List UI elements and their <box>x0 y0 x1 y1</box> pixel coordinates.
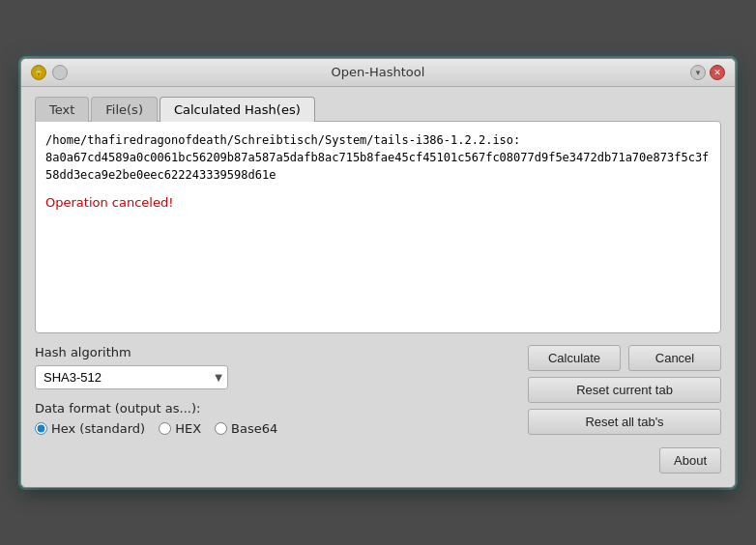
radio-hex-standard[interactable]: Hex (standard) <box>35 421 145 436</box>
calculate-button[interactable]: Calculate <box>528 345 621 371</box>
tab-text[interactable]: Text <box>35 97 89 122</box>
about-button[interactable]: About <box>659 447 721 473</box>
tab-bar: Text File(s) Calculated Hash(es) <box>35 97 721 122</box>
hash-algorithm-label: Hash algorithm <box>35 345 514 359</box>
radio-base64-label: Base64 <box>231 421 277 436</box>
controls-left: Hash algorithm SHA3-512 MD5 SHA1 SHA-256… <box>35 345 514 436</box>
titlebar: 🔒 Open-Hashtool ▾ ✕ <box>21 59 735 87</box>
hash-algorithm-select[interactable]: SHA3-512 MD5 SHA1 SHA-256 SHA-512 SHA3-2… <box>35 365 228 389</box>
main-window: 🔒 Open-Hashtool ▾ ✕ Text File(s) Calcula… <box>20 58 736 488</box>
tab-content-panel: /home/thafiredragonofdeath/Schreibtisch/… <box>35 121 721 333</box>
titlebar-right-buttons: ▾ ✕ <box>690 65 725 80</box>
tab-calculated-hashes[interactable]: Calculated Hash(es) <box>160 97 315 122</box>
controls-row: Hash algorithm SHA3-512 MD5 SHA1 SHA-256… <box>35 345 721 436</box>
radio-hex-standard-label: Hex (standard) <box>51 421 145 436</box>
close-icon[interactable]: ✕ <box>710 65 725 80</box>
hash-algorithm-select-wrapper: SHA3-512 MD5 SHA1 SHA-256 SHA-512 SHA3-2… <box>35 365 228 389</box>
lock-icon[interactable]: 🔒 <box>31 65 46 80</box>
hash-output-text: /home/thafiredragonofdeath/Schreibtisch/… <box>45 131 711 184</box>
calculate-cancel-row: Calculate Cancel <box>528 345 721 371</box>
reset-current-tab-button[interactable]: Reset current tab <box>528 377 721 403</box>
cancel-button[interactable]: Cancel <box>628 345 721 371</box>
data-format-radio-group: Hex (standard) HEX Base64 <box>35 421 514 436</box>
arrow-down-icon[interactable]: ▾ <box>690 65 706 80</box>
radio-hex[interactable]: HEX <box>159 421 201 436</box>
status-message: Operation canceled! <box>45 195 711 210</box>
radio-hex-label: HEX <box>175 421 201 436</box>
window-content: Text File(s) Calculated Hash(es) /home/t… <box>21 87 735 487</box>
titlebar-left-buttons: 🔒 <box>31 65 68 80</box>
radio-base64-input[interactable] <box>215 422 227 435</box>
reset-all-tabs-button[interactable]: Reset all tab's <box>528 409 721 435</box>
radio-hex-input[interactable] <box>159 422 171 435</box>
radio-base64[interactable]: Base64 <box>215 421 277 436</box>
data-format-label: Data format (output as...): <box>35 401 514 416</box>
data-format-section: Data format (output as...): Hex (standar… <box>35 401 514 436</box>
bottom-row: About <box>35 447 721 473</box>
minimize-icon[interactable] <box>52 65 68 80</box>
radio-hex-standard-input[interactable] <box>35 422 47 435</box>
tab-files[interactable]: File(s) <box>91 97 158 122</box>
controls-right: Calculate Cancel Reset current tab Reset… <box>528 345 721 435</box>
window-title: Open-Hashtool <box>332 65 425 79</box>
